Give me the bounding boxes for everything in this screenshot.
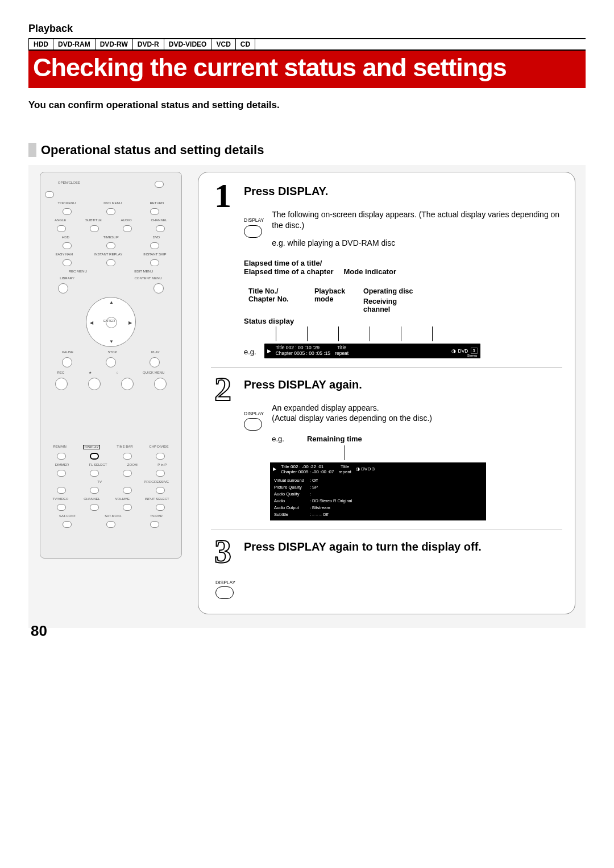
osd-channel: 3 [372,466,374,472]
remote-label: INSTANT REPLAY [94,253,122,256]
display-button-icon: DISPLAY [215,580,235,599]
remote-label: TIMESLIP [103,235,118,239]
remote-label: PLAY [151,350,160,354]
remote-label: INPUT SELECT [145,497,169,501]
remote-label: RETURN [150,201,164,205]
play-icon: ▶ [267,348,271,354]
media-dvdram: DVD-RAM [53,39,96,49]
remote-label: REC [57,371,65,374]
step-desc: (Actual display varies depending on the … [272,413,432,424]
remote-label: ★ [89,371,92,374]
eg-label: e.g. [244,348,256,356]
remote-label: CHANNEL [151,218,167,222]
remote-label: AUDIO [121,218,132,222]
remote-label: LIBRARY [60,276,74,280]
osd-chapter-line: Chapter 0005 : 00 :05 :15 [276,351,330,357]
step-title: Press DISPLAY again. [244,378,562,391]
annot-disc: Operating disc [363,287,426,295]
display-button-icon: DISPLAY [244,217,264,237]
media-dvdrw: DVD-RW [96,39,133,49]
remote-label: SUBTITLE [85,218,102,222]
osd-mode-title: Title [338,464,351,469]
remote-label: TV [97,480,102,483]
step-desc: The following on-screen display appears.… [272,209,562,231]
remote-label: PROGRESSIVE [144,480,169,483]
remote-label: DVD [152,235,160,239]
annot-channel: channel [363,305,426,313]
osd-mode-repeat: repeat [338,469,351,474]
page-number: 80 [31,622,47,640]
remote-label: PAUSE [62,350,73,354]
media-vcd: VCD [211,39,235,49]
remote-label: SAT.CONT. [59,514,76,518]
osd-channel: 3 [471,348,478,354]
remote-label: SAT.MONI. [105,514,122,518]
annot-elapsed-title: Elapsed time of a title/ [244,259,562,267]
step-1: 1 Press DISPLAY. DISPLAY The following o… [211,181,562,358]
osd-chapter-line: Chapter 0005 : -00 :00 :07 [281,469,334,474]
annot-chapterno: Chapter No. [248,295,305,303]
remote-label: FL SELECT [89,463,107,466]
display-caption: DISPLAY [215,580,235,585]
remote-display-button [90,453,99,460]
step-title: Press DISPLAY again to turn the display … [244,540,562,553]
osd-disc: DVD [361,466,371,472]
divider [211,530,562,530]
step-desc-eg: e.g. while playing a DVD-RAM disc [272,238,562,249]
annot-receiving: Receiving [363,297,426,305]
remote-label: TV/DVR [150,514,163,518]
display-caption: DISPLAY [244,411,264,417]
annot-status: Status display [244,317,562,325]
intro-text: You can confirm operational status and s… [28,100,586,111]
disc-icon: ◑ [356,466,360,472]
remote-label: ANGLE [55,218,66,222]
osd-disc: DVD [458,348,468,354]
remote-label: P in P [157,463,167,466]
eg-label: e.g. [272,434,284,444]
osd-example-2: ▶ Title 002 : -00 :22 :01 Chapter 0005 :… [270,462,486,520]
remote-illustration: OPEN/CLOSE TOP MENUDVD MENURETURN ANGLES… [40,172,182,559]
remote-label: ZOOM [127,463,138,466]
remote-label: DVD MENU [103,201,122,205]
remote-label: VOLUME [115,497,130,501]
remote-label: STOP [107,350,117,354]
media-cd: CD [236,39,255,49]
annot-titleno: Title No./ [248,287,305,295]
annot-mode: mode [314,295,354,303]
remote-label: REMAIN [53,445,66,449]
step-title: Press DISPLAY. [244,185,562,198]
play-icon: ▶ [273,466,276,472]
annot-playback: Playback [314,287,354,295]
remote-label: CHP DIVIDE [149,445,168,449]
subheading: Operational status and setting details [28,143,586,157]
remote-label: EASY NAVI [55,253,73,256]
display-button-icon: DISPLAY [244,411,264,431]
osd-mode-repeat: repeat [335,351,349,357]
osd-title-line: Title 002 : -00 :22 :01 [281,464,334,469]
remote-label: CHANNEL [84,497,100,501]
step-number: 2 [211,375,235,520]
page-title: Checking the current status and settings [33,53,581,82]
osd-settings-table: Virtual surround: Off Picture Quality: S… [273,477,358,519]
step-2: 2 Press DISPLAY again. DISPLAY An expand… [211,375,562,520]
remote-label: QUICK MENU [143,371,164,374]
disc-icon: ◑ [451,348,456,354]
remote-label: INSTANT SKIP [143,253,166,256]
section-label: Playback [28,23,586,35]
remote-label: ○ [116,371,118,374]
remote-label: EDIT MENU [134,270,153,273]
remote-label: TV/VIDEO [52,497,68,501]
osd-audio: Stereo [467,354,478,357]
display-caption: DISPLAY [244,217,264,224]
remote-nav-ring: ▲ ▼ ◀ ▶ ENTER [86,297,136,347]
media-hdd: HDD [29,39,53,49]
annot-elapsed-chapter: Elapsed time of a chapter [244,267,334,276]
media-strip: HDD DVD-RAM DVD-RW DVD-R DVD-VIDEO VCD C… [28,38,586,51]
remote-label: OPEN/CLOSE [58,181,80,188]
media-dvdvideo: DVD-VIDEO [164,39,212,49]
step-number: 1 [211,181,235,358]
remote-label: CONTENT MENU [134,276,161,280]
steps-panel: 1 Press DISPLAY. DISPLAY The following o… [198,172,575,614]
osd-example-1: ▶ Title 002 : 00 :10 :29 Chapter 0005 : … [264,344,480,358]
remote-label: TIME BAR [117,445,132,449]
